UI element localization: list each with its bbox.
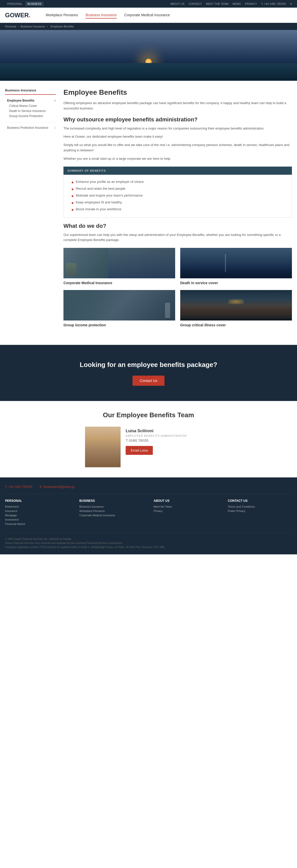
- summary-box: SUMMARY OF BENEFITS ● Enhance your profi…: [63, 166, 292, 218]
- email-member-button[interactable]: Email Luisa: [126, 446, 153, 455]
- breadcrumb-business-insurance[interactable]: Business Insurance: [21, 25, 45, 28]
- footer: T: +44 1481 700155 E: theanswers@gower.g…: [0, 477, 297, 554]
- page-title: Employee Benefits: [63, 88, 292, 96]
- card-label-death-service: Death in service cover: [180, 281, 292, 285]
- footer-copyright: © 2022 Gower Financial Services Ltd. | W…: [5, 537, 292, 541]
- footer-link-meet-team[interactable]: Meet the Team: [154, 505, 218, 508]
- card-img-critical: [180, 290, 292, 320]
- footer-link-public-privacy[interactable]: Public Privacy: [228, 509, 292, 513]
- breadcrumb: Personal › Business Insurance › Employee…: [0, 23, 297, 30]
- footer-link-insurance[interactable]: Insurance: [5, 509, 69, 513]
- footer-link-investment[interactable]: Investment: [5, 518, 69, 521]
- footer-col-personal-title: PERSONAL: [5, 499, 69, 502]
- nav-business-insurance[interactable]: Business Insurance: [86, 12, 117, 19]
- summary-item-3: ● Motivate and inspire your team's perfo…: [71, 192, 288, 199]
- team-member-photo: [85, 427, 121, 467]
- card-corporate-medical[interactable]: Corporate Medical Insurance: [63, 248, 175, 285]
- breadcrumb-personal[interactable]: Personal: [5, 25, 16, 28]
- footer-link-terms[interactable]: Terms and Conditions: [228, 505, 292, 508]
- search-icon[interactable]: ⚲: [290, 2, 292, 6]
- summary-item-2: ● Recruit and retain the best people: [71, 186, 288, 192]
- footer-link-retirement[interactable]: Retirement: [5, 505, 69, 508]
- news-link[interactable]: NEWS: [233, 2, 241, 5]
- sidebar: Business Insurance Employee Benefits ⇧ C…: [5, 88, 56, 327]
- footer-col-business-title: BUSINESS: [79, 499, 144, 502]
- card-img-death: [180, 248, 292, 278]
- card-death-service[interactable]: Death in service cover: [180, 248, 292, 285]
- team-member-name: Luisa Scilironi: [126, 429, 187, 433]
- footer-link-workplace-pensions[interactable]: Workplace Pensions: [79, 509, 144, 513]
- logo[interactable]: GOWER.: [5, 12, 30, 19]
- footer-col-business: BUSINESS Business Insurance Workplace Pe…: [79, 499, 144, 527]
- logo-dot: .: [29, 12, 30, 19]
- nav-corporate-medical[interactable]: Corporate Medical Insurance: [124, 12, 170, 19]
- breadcrumb-sep2: ›: [47, 25, 48, 28]
- footer-bottom: © 2022 Gower Financial Services Ltd. | W…: [5, 533, 292, 549]
- cta-title: Looking for an employee benefits package…: [5, 360, 292, 369]
- summary-text-3: Motivate and inspire your team's perform…: [76, 193, 143, 197]
- content-wrap: Business Insurance Employee Benefits ⇧ C…: [0, 81, 297, 335]
- para3: Simply tell us what you would like to of…: [63, 143, 292, 153]
- sidebar-sub-critical-illness[interactable]: Critical Illness Cover: [5, 103, 56, 108]
- summary-dot-3: ●: [71, 193, 74, 198]
- summary-text-4: Keep employees fit and healthy: [76, 200, 122, 204]
- footer-contact: T: +44 1481 700155 E: theanswers@gower.g…: [5, 485, 292, 489]
- intro-text: Offering employees an attractive employe…: [63, 100, 292, 111]
- footer-phone: T: +44 1481 700155: [5, 485, 32, 489]
- card-critical-illness[interactable]: Group critical illness cover: [180, 290, 292, 327]
- chevron-down-icon: ⇩: [54, 126, 56, 129]
- sidebar-sub-group-income[interactable]: Group Income Protection: [5, 114, 56, 119]
- cta-section: Looking for an employee benefits package…: [0, 345, 297, 401]
- card-img-corporate: [63, 248, 175, 278]
- footer-link-corporate-medical[interactable]: Corporate Medical Insurance: [79, 514, 144, 517]
- footer-link-business-insurance[interactable]: Business Insurance: [79, 505, 144, 508]
- business-btn[interactable]: BUSINESS: [25, 2, 44, 6]
- cards-grid: Corporate Medical Insurance Death in ser…: [63, 248, 292, 327]
- privacy-link[interactable]: PRIVACY: [245, 2, 257, 5]
- para4: Whether you are a small start-up or a la…: [63, 156, 292, 161]
- team-section: Our Employee Benefits Team Luisa Sciliro…: [0, 401, 297, 477]
- card-label-critical-illness: Group critical illness cover: [180, 323, 292, 327]
- contact-link[interactable]: CONTACT: [189, 2, 202, 5]
- footer-divider: [5, 494, 292, 494]
- footer-col-about: ABOUT US Meet the Team Privacy: [154, 499, 218, 527]
- footer-col-contact-title: CONTACT US: [228, 499, 292, 502]
- team-member-phone: T: 01481 700155: [126, 439, 187, 442]
- summary-dot-1: ●: [71, 180, 74, 185]
- breadcrumb-sep1: ›: [18, 25, 20, 28]
- team-card: Luisa Scilironi EMPLOYEE BENEFITS ADMINI…: [85, 427, 212, 467]
- hero-image: [0, 30, 297, 81]
- footer-link-financial-advice[interactable]: Financial Advice: [5, 522, 69, 525]
- summary-text-1: Enhance your profile as an employer of c…: [76, 180, 144, 184]
- main-content: Employee Benefits Offering employees an …: [63, 88, 292, 327]
- footer-link-mortgage[interactable]: Mortgage: [5, 514, 69, 517]
- footer-link-privacy[interactable]: Privacy: [154, 509, 218, 513]
- sidebar-item-label: Employee Benefits: [7, 99, 34, 102]
- section2-heading: What do we do?: [63, 223, 292, 229]
- section2-para: Our experienced team can help you with t…: [63, 232, 292, 243]
- sidebar-sub-death-service[interactable]: Death in Service Insurance: [5, 108, 56, 114]
- contact-us-button[interactable]: Contact Us: [133, 376, 164, 386]
- summary-dot-2: ●: [71, 187, 74, 191]
- sidebar-section-business-protection: Business Protection Insurance ⇩: [5, 125, 56, 130]
- nav-workplace-pensions[interactable]: Workplace Pensions: [46, 12, 78, 19]
- footer-col-personal: PERSONAL Retirement Insurance Mortgage I…: [5, 499, 69, 527]
- team-member-role: EMPLOYEE BENEFITS ADMINISTRATOR: [126, 434, 187, 437]
- summary-text-2: Recruit and retain the best people: [76, 187, 125, 190]
- summary-header: SUMMARY OF BENEFITS: [63, 166, 292, 175]
- section1-heading: Why outsource employee benefits administ…: [63, 116, 292, 123]
- footer-email: E: theanswers@gower.gg: [40, 485, 74, 489]
- personal-btn[interactable]: PERSONAL: [5, 2, 24, 6]
- main-nav: GOWER. Workplace Pensions Business Insur…: [0, 8, 297, 23]
- card-img-group-income: [63, 290, 175, 320]
- sidebar-item-employee-benefits[interactable]: Employee Benefits ⇧: [5, 98, 56, 103]
- team-member-info: Luisa Scilironi EMPLOYEE BENEFITS ADMINI…: [126, 427, 187, 455]
- sidebar-item-label: Business Protection Insurance: [7, 126, 48, 129]
- sidebar-item-business-protection[interactable]: Business Protection Insurance ⇩: [5, 125, 56, 130]
- card-group-income[interactable]: Group income protection: [63, 290, 175, 327]
- summary-dot-4: ●: [71, 200, 74, 205]
- meet-team-link[interactable]: MEET THE TEAM: [206, 2, 228, 5]
- about-link[interactable]: ABOUT US: [170, 2, 185, 5]
- summary-body: ● Enhance your profile as an employer of…: [63, 175, 292, 218]
- para2: Here at Gower, our dedicated employee be…: [63, 134, 292, 140]
